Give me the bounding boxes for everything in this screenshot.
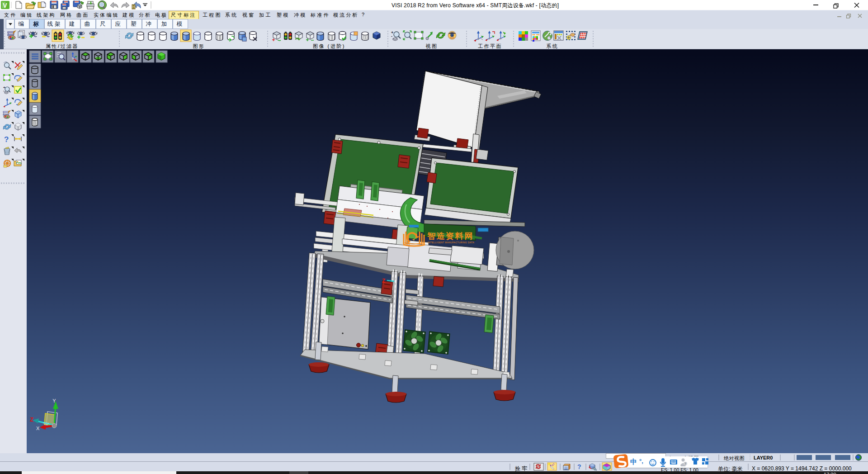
- svg-text:Z: Z: [30, 416, 33, 423]
- svg-text:V: V: [3, 2, 7, 9]
- svg-text:°,: °,: [639, 458, 643, 465]
- svg-text:-: -: [3, 89, 5, 93]
- svg-text:-: -: [391, 34, 392, 38]
- svg-text:?: ?: [577, 463, 581, 470]
- svg-text:7: 7: [684, 462, 686, 465]
- svg-text:?: ?: [4, 135, 9, 144]
- svg-text:中: 中: [630, 458, 638, 465]
- svg-text:X: X: [36, 426, 40, 431]
- svg-text:Z: Z: [382, 278, 385, 284]
- svg-text:Y: Y: [52, 398, 56, 403]
